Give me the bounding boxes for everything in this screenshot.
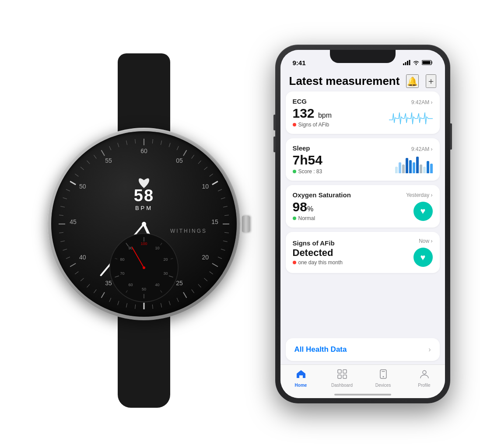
svg-line-12 (221, 198, 225, 199)
nav-devices[interactable]: Devices (363, 368, 404, 389)
svg-line-44 (59, 232, 63, 233)
watch-band-bottom (118, 312, 170, 408)
svg-point-74 (142, 222, 146, 226)
sleep-bar (409, 160, 412, 173)
svg-line-22 (204, 278, 207, 281)
svg-line-38 (81, 278, 84, 281)
bottom-nav: Home Dashboard (280, 364, 445, 398)
signal-icon (403, 60, 410, 66)
oxygen-card-left: Oxygen Saturation 98% Normal (293, 191, 385, 221)
svg-text:100: 100 (140, 242, 147, 246)
watch: 60 55 05 10 15 20 25 30 35 40 45 50 (48, 128, 240, 320)
svg-text:60: 60 (140, 147, 147, 154)
svg-line-17 (223, 241, 227, 242)
svg-rect-102 (405, 62, 406, 65)
svg-line-10 (212, 182, 217, 185)
svg-text:45: 45 (70, 218, 77, 225)
dashboard-icon (337, 369, 347, 382)
home-icon (296, 369, 306, 382)
ecg-card[interactable]: ECG 132 bpm Signs of AFib (286, 91, 440, 134)
svg-line-21 (209, 272, 213, 274)
svg-line-14 (224, 215, 228, 216)
normal-text: Normal (298, 215, 315, 221)
afib-card-dot (293, 261, 296, 264)
profile-label: Profile (418, 383, 430, 388)
battery-icon (422, 60, 433, 66)
afib-text: Signs of AFib (298, 122, 329, 128)
oxygen-card[interactable]: Oxygen Saturation 98% Normal Yeste (286, 185, 440, 228)
all-health-chevron: › (428, 346, 431, 354)
sleep-score-dot (293, 170, 296, 173)
ecg-value: 132 bpm (293, 106, 385, 120)
svg-line-4 (177, 146, 179, 150)
home-label: Home (295, 383, 307, 388)
phone-container: 9:41 Latest measu (275, 45, 450, 403)
dashboard-label: Dashboard (331, 383, 353, 388)
svg-line-8 (204, 167, 207, 170)
svg-rect-104 (409, 60, 410, 65)
ecg-timestamp: 9:42AM › (411, 99, 433, 105)
cards-area: ECG 132 bpm Signs of AFib (280, 91, 445, 334)
svg-text:30: 30 (163, 271, 168, 276)
phone-frame: 9:41 Latest measu (275, 45, 450, 403)
svg-line-29 (152, 304, 153, 309)
svg-text:40: 40 (155, 283, 159, 287)
ecg-label: ECG (293, 98, 385, 105)
svg-line-24 (191, 290, 194, 293)
watch-container: 60 55 05 10 15 20 25 30 35 40 45 50 (30, 53, 258, 395)
oxygen-status: Normal (293, 215, 385, 221)
nav-dashboard[interactable]: Dashboard (322, 368, 363, 389)
svg-text:40: 40 (79, 254, 86, 261)
svg-line-25 (183, 292, 187, 298)
svg-point-97 (143, 266, 145, 269)
afib-card-label: Signs of AFib (293, 239, 385, 247)
svg-line-43 (60, 241, 65, 242)
oxygen-card-right: Yesterday › ♥ (385, 192, 433, 221)
sleep-card[interactable]: Sleep 7h54 Score : 83 9:42AM (286, 138, 440, 181)
svg-line-47 (60, 206, 65, 207)
all-health-data-button[interactable]: All Health Data › (286, 338, 440, 361)
svg-text:10: 10 (155, 246, 159, 250)
svg-rect-101 (403, 63, 404, 65)
oxygen-icon: ♥ (413, 202, 433, 221)
svg-line-56 (109, 146, 111, 150)
nav-profile[interactable]: Profile (404, 368, 445, 389)
svg-line-50 (70, 182, 76, 185)
afib-card-left: Signs of AFib Detected one day this mont… (293, 239, 385, 266)
sleep-status: Score : 83 (293, 168, 385, 175)
svg-line-33 (117, 301, 119, 305)
ecg-chart (389, 109, 433, 126)
app-header: Latest measurement 🔔 ＋ (280, 69, 445, 91)
afib-card[interactable]: Signs of AFib Detected one day this mont… (286, 232, 440, 273)
svg-rect-110 (338, 375, 341, 378)
status-icons (403, 60, 433, 66)
nav-home[interactable]: Home (280, 368, 322, 389)
sleep-value: 7h54 (293, 153, 385, 167)
sleep-bar (395, 167, 398, 173)
ecg-status: Signs of AFib (293, 122, 385, 128)
svg-rect-109 (343, 370, 347, 373)
svg-text:70: 70 (120, 271, 124, 276)
oxygen-timestamp: Yesterday › (406, 192, 432, 198)
svg-line-49 (66, 189, 70, 191)
sleep-bar (402, 164, 405, 173)
svg-rect-103 (407, 61, 408, 65)
sleep-timestamp: 9:42AM › (411, 146, 433, 152)
devices-icon (378, 369, 388, 382)
sleep-bar (406, 158, 408, 173)
svg-line-9 (209, 174, 213, 176)
svg-text:20: 20 (202, 254, 209, 261)
svg-line-46 (59, 215, 63, 216)
svg-line-5 (183, 150, 187, 156)
add-button[interactable]: ＋ (426, 74, 436, 88)
svg-line-40 (70, 263, 76, 267)
svg-line-7 (198, 161, 201, 164)
normal-dot (293, 217, 296, 220)
svg-line-32 (126, 303, 127, 308)
watch-dial-svg: 60 55 05 10 15 20 25 30 35 40 45 50 (51, 131, 237, 317)
svg-line-31 (135, 304, 135, 309)
svg-rect-111 (343, 375, 347, 378)
svg-line-51 (75, 174, 78, 176)
sleep-bar (416, 157, 419, 173)
bell-button[interactable]: 🔔 (406, 74, 419, 88)
